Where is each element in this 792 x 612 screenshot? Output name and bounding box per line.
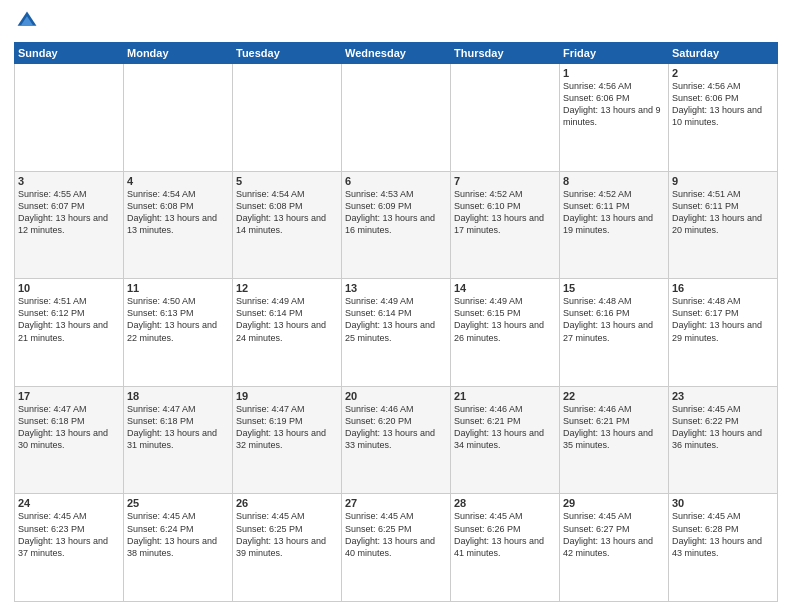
weekday-header-monday: Monday <box>124 43 233 64</box>
calendar-cell <box>15 64 124 172</box>
calendar-cell: 25Sunrise: 4:45 AM Sunset: 6:24 PM Dayli… <box>124 494 233 602</box>
calendar-week-row: 17Sunrise: 4:47 AM Sunset: 6:18 PM Dayli… <box>15 386 778 494</box>
calendar-cell: 8Sunrise: 4:52 AM Sunset: 6:11 PM Daylig… <box>560 171 669 279</box>
calendar-cell: 20Sunrise: 4:46 AM Sunset: 6:20 PM Dayli… <box>342 386 451 494</box>
calendar-cell: 19Sunrise: 4:47 AM Sunset: 6:19 PM Dayli… <box>233 386 342 494</box>
calendar-cell: 18Sunrise: 4:47 AM Sunset: 6:18 PM Dayli… <box>124 386 233 494</box>
day-number: 30 <box>672 497 774 509</box>
day-number: 12 <box>236 282 338 294</box>
day-info: Sunrise: 4:45 AM Sunset: 6:28 PM Dayligh… <box>672 510 774 559</box>
calendar-cell: 1Sunrise: 4:56 AM Sunset: 6:06 PM Daylig… <box>560 64 669 172</box>
day-info: Sunrise: 4:49 AM Sunset: 6:14 PM Dayligh… <box>236 295 338 344</box>
day-info: Sunrise: 4:47 AM Sunset: 6:18 PM Dayligh… <box>127 403 229 452</box>
calendar-cell <box>124 64 233 172</box>
day-number: 16 <box>672 282 774 294</box>
page: SundayMondayTuesdayWednesdayThursdayFrid… <box>0 0 792 612</box>
calendar-cell: 3Sunrise: 4:55 AM Sunset: 6:07 PM Daylig… <box>15 171 124 279</box>
calendar-cell: 6Sunrise: 4:53 AM Sunset: 6:09 PM Daylig… <box>342 171 451 279</box>
calendar-cell: 2Sunrise: 4:56 AM Sunset: 6:06 PM Daylig… <box>669 64 778 172</box>
calendar-cell: 4Sunrise: 4:54 AM Sunset: 6:08 PM Daylig… <box>124 171 233 279</box>
day-number: 27 <box>345 497 447 509</box>
weekday-header-tuesday: Tuesday <box>233 43 342 64</box>
calendar-cell: 7Sunrise: 4:52 AM Sunset: 6:10 PM Daylig… <box>451 171 560 279</box>
calendar-cell: 28Sunrise: 4:45 AM Sunset: 6:26 PM Dayli… <box>451 494 560 602</box>
day-info: Sunrise: 4:52 AM Sunset: 6:10 PM Dayligh… <box>454 188 556 237</box>
calendar-week-row: 3Sunrise: 4:55 AM Sunset: 6:07 PM Daylig… <box>15 171 778 279</box>
weekday-header-thursday: Thursday <box>451 43 560 64</box>
logo <box>14 10 40 36</box>
day-info: Sunrise: 4:53 AM Sunset: 6:09 PM Dayligh… <box>345 188 447 237</box>
day-number: 14 <box>454 282 556 294</box>
day-info: Sunrise: 4:45 AM Sunset: 6:27 PM Dayligh… <box>563 510 665 559</box>
day-info: Sunrise: 4:56 AM Sunset: 6:06 PM Dayligh… <box>672 80 774 129</box>
calendar-cell: 13Sunrise: 4:49 AM Sunset: 6:14 PM Dayli… <box>342 279 451 387</box>
day-info: Sunrise: 4:50 AM Sunset: 6:13 PM Dayligh… <box>127 295 229 344</box>
day-number: 5 <box>236 175 338 187</box>
weekday-header-sunday: Sunday <box>15 43 124 64</box>
calendar-cell: 24Sunrise: 4:45 AM Sunset: 6:23 PM Dayli… <box>15 494 124 602</box>
weekday-header-friday: Friday <box>560 43 669 64</box>
weekday-header-wednesday: Wednesday <box>342 43 451 64</box>
day-info: Sunrise: 4:51 AM Sunset: 6:12 PM Dayligh… <box>18 295 120 344</box>
calendar-week-row: 10Sunrise: 4:51 AM Sunset: 6:12 PM Dayli… <box>15 279 778 387</box>
weekday-header-saturday: Saturday <box>669 43 778 64</box>
day-info: Sunrise: 4:51 AM Sunset: 6:11 PM Dayligh… <box>672 188 774 237</box>
calendar-cell: 17Sunrise: 4:47 AM Sunset: 6:18 PM Dayli… <box>15 386 124 494</box>
day-number: 15 <box>563 282 665 294</box>
day-info: Sunrise: 4:55 AM Sunset: 6:07 PM Dayligh… <box>18 188 120 237</box>
day-number: 20 <box>345 390 447 402</box>
calendar-cell: 10Sunrise: 4:51 AM Sunset: 6:12 PM Dayli… <box>15 279 124 387</box>
calendar-cell: 23Sunrise: 4:45 AM Sunset: 6:22 PM Dayli… <box>669 386 778 494</box>
day-number: 4 <box>127 175 229 187</box>
day-number: 1 <box>563 67 665 79</box>
day-info: Sunrise: 4:45 AM Sunset: 6:23 PM Dayligh… <box>18 510 120 559</box>
calendar-cell: 11Sunrise: 4:50 AM Sunset: 6:13 PM Dayli… <box>124 279 233 387</box>
calendar-cell: 15Sunrise: 4:48 AM Sunset: 6:16 PM Dayli… <box>560 279 669 387</box>
calendar-cell: 27Sunrise: 4:45 AM Sunset: 6:25 PM Dayli… <box>342 494 451 602</box>
day-info: Sunrise: 4:54 AM Sunset: 6:08 PM Dayligh… <box>236 188 338 237</box>
day-info: Sunrise: 4:45 AM Sunset: 6:24 PM Dayligh… <box>127 510 229 559</box>
day-number: 17 <box>18 390 120 402</box>
day-number: 22 <box>563 390 665 402</box>
calendar-cell: 22Sunrise: 4:46 AM Sunset: 6:21 PM Dayli… <box>560 386 669 494</box>
day-info: Sunrise: 4:45 AM Sunset: 6:22 PM Dayligh… <box>672 403 774 452</box>
calendar-cell: 21Sunrise: 4:46 AM Sunset: 6:21 PM Dayli… <box>451 386 560 494</box>
day-info: Sunrise: 4:47 AM Sunset: 6:18 PM Dayligh… <box>18 403 120 452</box>
day-number: 28 <box>454 497 556 509</box>
day-number: 6 <box>345 175 447 187</box>
calendar-cell <box>451 64 560 172</box>
day-number: 26 <box>236 497 338 509</box>
day-info: Sunrise: 4:48 AM Sunset: 6:16 PM Dayligh… <box>563 295 665 344</box>
calendar-cell: 16Sunrise: 4:48 AM Sunset: 6:17 PM Dayli… <box>669 279 778 387</box>
day-info: Sunrise: 4:49 AM Sunset: 6:14 PM Dayligh… <box>345 295 447 344</box>
day-number: 8 <box>563 175 665 187</box>
header <box>14 10 778 36</box>
day-number: 29 <box>563 497 665 509</box>
day-info: Sunrise: 4:46 AM Sunset: 6:21 PM Dayligh… <box>563 403 665 452</box>
calendar-cell: 12Sunrise: 4:49 AM Sunset: 6:14 PM Dayli… <box>233 279 342 387</box>
calendar-cell <box>233 64 342 172</box>
day-info: Sunrise: 4:45 AM Sunset: 6:25 PM Dayligh… <box>236 510 338 559</box>
day-number: 9 <box>672 175 774 187</box>
calendar-week-row: 24Sunrise: 4:45 AM Sunset: 6:23 PM Dayli… <box>15 494 778 602</box>
day-info: Sunrise: 4:46 AM Sunset: 6:20 PM Dayligh… <box>345 403 447 452</box>
day-info: Sunrise: 4:45 AM Sunset: 6:25 PM Dayligh… <box>345 510 447 559</box>
day-number: 21 <box>454 390 556 402</box>
day-number: 2 <box>672 67 774 79</box>
day-number: 18 <box>127 390 229 402</box>
calendar-week-row: 1Sunrise: 4:56 AM Sunset: 6:06 PM Daylig… <box>15 64 778 172</box>
day-info: Sunrise: 4:49 AM Sunset: 6:15 PM Dayligh… <box>454 295 556 344</box>
day-number: 24 <box>18 497 120 509</box>
calendar-table: SundayMondayTuesdayWednesdayThursdayFrid… <box>14 42 778 602</box>
generalblue-icon <box>16 10 38 32</box>
day-number: 19 <box>236 390 338 402</box>
day-info: Sunrise: 4:45 AM Sunset: 6:26 PM Dayligh… <box>454 510 556 559</box>
calendar-cell: 5Sunrise: 4:54 AM Sunset: 6:08 PM Daylig… <box>233 171 342 279</box>
calendar-cell: 30Sunrise: 4:45 AM Sunset: 6:28 PM Dayli… <box>669 494 778 602</box>
calendar-cell: 14Sunrise: 4:49 AM Sunset: 6:15 PM Dayli… <box>451 279 560 387</box>
day-info: Sunrise: 4:56 AM Sunset: 6:06 PM Dayligh… <box>563 80 665 129</box>
calendar-cell: 9Sunrise: 4:51 AM Sunset: 6:11 PM Daylig… <box>669 171 778 279</box>
day-number: 3 <box>18 175 120 187</box>
day-info: Sunrise: 4:46 AM Sunset: 6:21 PM Dayligh… <box>454 403 556 452</box>
day-number: 10 <box>18 282 120 294</box>
